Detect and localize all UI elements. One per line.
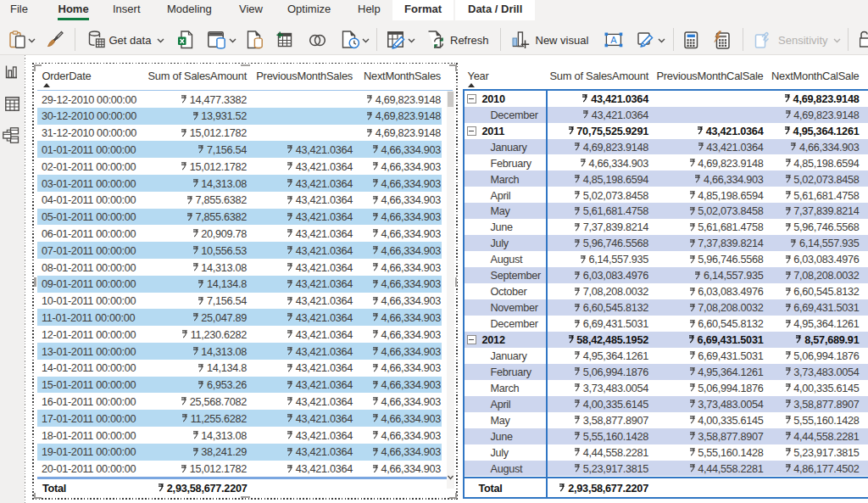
svg-text:A: A — [610, 35, 617, 45]
